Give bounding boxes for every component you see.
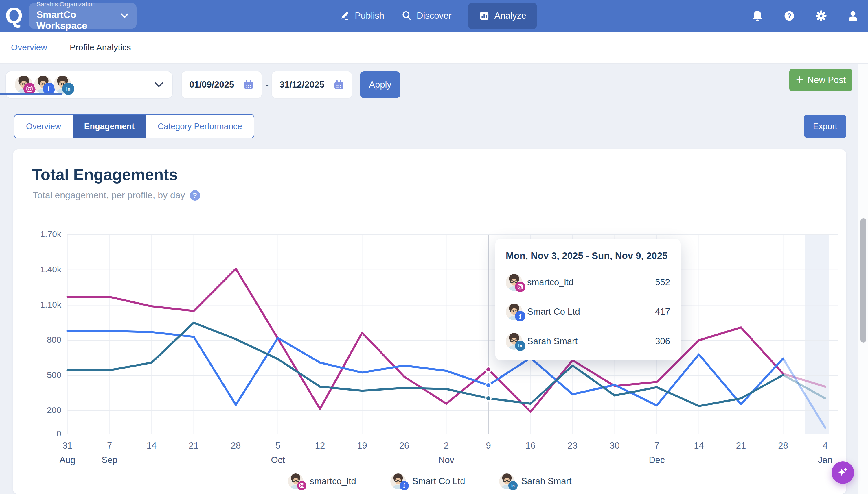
main-nav: Publish Discover Analyze	[339, 3, 537, 29]
header-actions: ?	[751, 0, 859, 32]
date-to-value: 31/12/2025	[279, 79, 324, 90]
chart-tooltip: Mon, Nov 3, 2025 - Sun, Nov 9, 2025 smar…	[495, 239, 681, 360]
tooltip-profile-name: Sarah Smart	[527, 336, 578, 347]
tooltip-date-range: Mon, Nov 3, 2025 - Sun, Nov 9, 2025	[506, 250, 670, 261]
legend-label: smartco_ltd	[310, 476, 356, 487]
bar-chart-icon	[479, 11, 490, 21]
settings-button[interactable]	[815, 10, 828, 22]
tooltip-row: smartco_ltd 552	[506, 274, 670, 291]
date-from-input[interactable]: 01/09/2025	[181, 71, 262, 99]
engagement-chart-card: Total Engagements Total engagement, per …	[13, 149, 846, 494]
apply-button[interactable]: Apply	[360, 71, 400, 98]
instagram-icon	[297, 481, 306, 490]
tooltip-value: 417	[655, 307, 670, 317]
help-icon: ?	[783, 10, 796, 22]
notifications-button[interactable]	[751, 10, 764, 22]
nav-analyze-label: Analyze	[494, 11, 526, 21]
chart-tab-overview[interactable]: Overview	[15, 115, 73, 138]
tooltip-row: Sarah Smart 306	[506, 333, 670, 350]
pencil-icon	[339, 11, 350, 21]
workspace-switcher[interactable]: Sarah's Organization SmartCo Workspace	[29, 3, 137, 28]
legend-label: Sarah Smart	[521, 476, 572, 487]
instagram-icon	[515, 282, 525, 292]
nav-analyze[interactable]: Analyze	[468, 3, 537, 29]
chart-legend: smartco_ltd Smart Co Ltd Sarah Smart	[13, 474, 846, 489]
avatar	[506, 304, 523, 320]
nav-discover[interactable]: Discover	[401, 3, 452, 29]
legend-item-instagram[interactable]: smartco_ltd	[288, 474, 356, 489]
gear-icon	[815, 10, 828, 22]
page-tabbar: Overview Profile Analytics + New Post	[0, 32, 868, 63]
chart-tab-category-performance[interactable]: Category Performance	[146, 115, 254, 138]
selected-profiles	[15, 76, 71, 94]
facebook-icon	[515, 311, 525, 321]
chevron-down-icon	[154, 81, 163, 88]
tooltip-value: 306	[655, 336, 670, 347]
tab-overview[interactable]: Overview	[11, 42, 47, 52]
chart-subtitle: Total engagement, per profile, by day	[33, 190, 185, 201]
svg-text:?: ?	[787, 12, 791, 20]
tooltip-row: Smart Co Ltd 417	[506, 304, 670, 320]
tooltip-value: 552	[655, 277, 670, 288]
avatar	[499, 474, 515, 489]
page-scrollbar-track	[857, 32, 868, 494]
organization-label: Sarah's Organization	[36, 1, 120, 8]
linkedin-icon	[508, 481, 518, 490]
legend-label: Smart Co Ltd	[412, 476, 465, 487]
chart-view-switcher: Overview Engagement Category Performance	[14, 114, 254, 138]
nav-discover-label: Discover	[417, 11, 452, 21]
tab-profile-analytics[interactable]: Profile Analytics	[70, 42, 131, 52]
bell-icon	[751, 10, 764, 22]
profile-avatar-facebook	[34, 76, 52, 94]
facebook-icon	[400, 481, 409, 490]
legend-item-facebook[interactable]: Smart Co Ltd	[390, 474, 465, 489]
plus-icon: +	[796, 73, 803, 86]
calendar-icon	[243, 79, 254, 90]
tooltip-profile-name: Smart Co Ltd	[527, 307, 580, 317]
chart-help-icon[interactable]: ?	[190, 190, 200, 201]
legend-item-linkedin[interactable]: Sarah Smart	[499, 474, 572, 489]
active-tab-underline	[0, 93, 61, 95]
export-button[interactable]: Export	[804, 115, 846, 138]
date-from-value: 01/09/2025	[189, 79, 234, 90]
avatar	[506, 333, 523, 350]
sparkle-icon	[837, 467, 849, 479]
date-to-input[interactable]: 31/12/2025	[271, 71, 352, 99]
workspace-name: SmartCo Workspace	[36, 9, 120, 31]
linkedin-icon	[515, 341, 525, 351]
app-header: Q Sarah's Organization SmartCo Workspace…	[0, 0, 868, 32]
nav-publish-label: Publish	[355, 11, 384, 21]
ai-assistant-button[interactable]	[832, 461, 854, 484]
page-scrollbar-thumb[interactable]	[861, 218, 866, 343]
profile-avatar-instagram	[15, 76, 33, 94]
chevron-down-icon	[120, 13, 129, 19]
date-range-separator: -	[263, 71, 271, 99]
app-logo: Q	[5, 1, 23, 31]
chart-title: Total Engagements	[32, 165, 178, 184]
chart-tab-engagement[interactable]: Engagement	[73, 115, 146, 138]
tooltip-profile-name: smartco_ltd	[527, 277, 574, 288]
profile-avatar-linkedin	[54, 76, 71, 94]
avatar	[288, 474, 304, 489]
avatar	[506, 274, 523, 291]
help-button[interactable]: ?	[783, 10, 796, 22]
avatar	[390, 474, 406, 489]
new-post-button[interactable]: + New Post	[789, 69, 852, 91]
new-post-label: New Post	[808, 75, 846, 85]
user-icon	[847, 10, 859, 22]
calendar-icon	[333, 79, 344, 90]
search-icon	[401, 11, 412, 21]
app-root: Q Sarah's Organization SmartCo Workspace…	[0, 0, 868, 494]
profile-button[interactable]	[847, 10, 859, 22]
nav-publish[interactable]: Publish	[339, 3, 384, 29]
linkedin-icon	[62, 83, 74, 95]
